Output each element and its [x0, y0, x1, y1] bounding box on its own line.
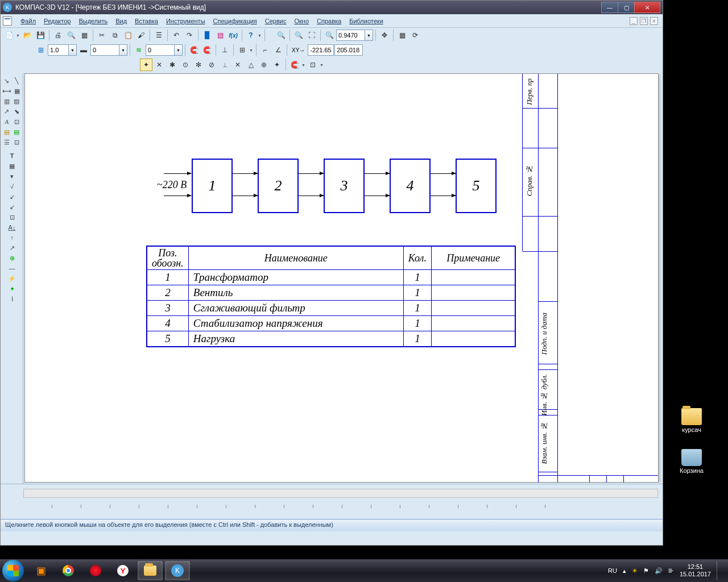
paste-button[interactable]: 📋: [122, 29, 134, 41]
function-button[interactable]: f(x): [227, 29, 239, 41]
spec-tool[interactable]: ▤: [12, 127, 22, 137]
table-row[interactable]: 1Трансформатор1: [147, 270, 515, 285]
snap-config-dropdown[interactable]: ▼: [301, 63, 306, 67]
cut-line-tool[interactable]: ↑: [2, 232, 22, 243]
pan-button[interactable]: ✥: [378, 29, 391, 41]
menu-service[interactable]: Сервис: [261, 16, 291, 26]
step-dropdown-1[interactable]: ▼: [68, 44, 77, 56]
task-explorer[interactable]: [138, 561, 163, 580]
task-yandex[interactable]: Y: [110, 561, 135, 580]
menu-view[interactable]: Вид: [111, 16, 131, 26]
zoom-input[interactable]: [336, 30, 365, 41]
h-scrollbar[interactable]: [23, 489, 658, 498]
table-tool[interactable]: ▦: [2, 161, 22, 171]
format-painter-button[interactable]: 🖌: [135, 29, 147, 41]
block-1[interactable]: 1: [192, 159, 233, 213]
zoom-scale-button[interactable]: 🔍: [323, 29, 336, 41]
geometry-tool[interactable]: ↘: [2, 76, 12, 86]
base-tool[interactable]: ▾: [2, 171, 22, 181]
save-button[interactable]: 💾: [34, 29, 47, 41]
new-dropdown[interactable]: ▼: [16, 34, 20, 38]
views-tool[interactable]: ⊡: [12, 137, 22, 147]
canvas-area[interactable]: ~220 В 1 2 3 4 5: [23, 73, 663, 483]
step-input-2[interactable]: [90, 44, 119, 56]
hatch-tool[interactable]: ▦: [12, 86, 22, 96]
zoom-dropdown[interactable]: ▼: [365, 30, 373, 41]
menu-spec[interactable]: Спецификация: [209, 16, 261, 26]
tray-action-icon[interactable]: ⚑: [643, 567, 649, 575]
task-media-player[interactable]: ▣: [28, 561, 53, 580]
ortho-button[interactable]: ⊥: [218, 44, 231, 56]
menu-tools[interactable]: Инструменты: [162, 16, 209, 26]
snap-settings-button[interactable]: ⊡: [307, 59, 319, 71]
axis-tool[interactable]: —: [2, 263, 22, 273]
snap-nearest-button[interactable]: ✦: [140, 59, 152, 71]
tolerance-tool[interactable]: ⊡: [2, 212, 22, 222]
text-tool[interactable]: A: [2, 117, 12, 127]
menu-file[interactable]: Файл: [16, 16, 40, 26]
snap-angle-button[interactable]: △: [245, 59, 257, 71]
step-input-1[interactable]: [48, 44, 68, 56]
roughness2-tool[interactable]: √: [2, 181, 22, 192]
snap-midpoint-button[interactable]: ✱: [166, 59, 179, 71]
snap-point-button[interactable]: ⊕: [258, 59, 270, 71]
point-tool[interactable]: ✦: [2, 284, 22, 294]
layer-input[interactable]: [146, 44, 174, 56]
title-bar[interactable]: K КОМПАС-3D V12 - [Чертеж БЕЗ ИМЕНИ1 ->С…: [1, 1, 663, 14]
mdi-close[interactable]: ×: [650, 17, 658, 25]
minimize-button[interactable]: —: [601, 2, 618, 13]
snap-settings-dropdown[interactable]: ▼: [320, 63, 324, 67]
block-2[interactable]: 2: [258, 159, 299, 213]
grid-display-button[interactable]: ⊞: [236, 44, 249, 56]
redo-button[interactable]: ↷: [183, 29, 196, 41]
arrow-tool[interactable]: ↗: [2, 243, 22, 253]
show-desktop-button[interactable]: [717, 561, 721, 580]
mdi-restore[interactable]: ❐: [640, 17, 648, 25]
manager-button[interactable]: ▉: [201, 29, 213, 41]
block-3[interactable]: 3: [324, 159, 365, 213]
menu-libs[interactable]: Библиотеки: [345, 16, 387, 26]
dimension-tool[interactable]: ⟷: [2, 86, 12, 96]
tray-clock[interactable]: 12:51 15.01.2017: [680, 563, 711, 578]
print-button[interactable]: 🖨: [52, 29, 64, 41]
zoom-combo[interactable]: ▼: [336, 30, 373, 41]
table-row[interactable]: 2Вентиль1: [147, 285, 515, 301]
menu-window[interactable]: Окно: [290, 16, 313, 26]
edit-tool[interactable]: ↗: [2, 106, 12, 117]
reports-tool[interactable]: ☰: [2, 137, 12, 147]
tray-up-icon[interactable]: ▴: [623, 567, 626, 575]
layer-combo[interactable]: ▼: [146, 44, 183, 56]
refresh-button[interactable]: ⟳: [409, 29, 421, 41]
layer-dropdown[interactable]: ▼: [174, 44, 183, 56]
leader-tool[interactable]: ↙: [2, 192, 22, 202]
snap-center-button[interactable]: ⊙: [179, 59, 192, 71]
break-tool[interactable]: ⌇: [2, 294, 22, 304]
document-icon[interactable]: [3, 16, 12, 26]
desktop-recycle-bin[interactable]: Корзина: [678, 449, 705, 474]
help-button[interactable]: ?: [245, 29, 257, 41]
layer-button[interactable]: ≋: [133, 44, 145, 56]
datum-tool[interactable]: A↓: [2, 222, 22, 232]
symbols-tool[interactable]: ▥: [2, 96, 12, 106]
zoom-window-button[interactable]: 🔍: [292, 29, 305, 41]
tray-volume-icon[interactable]: 🔊: [655, 567, 663, 575]
drawing-paper[interactable]: ~220 В 1 2 3 4 5: [24, 73, 659, 483]
line-tool[interactable]: ╲: [12, 76, 22, 86]
table-row[interactable]: 5Нагрузка1: [147, 331, 515, 347]
snap-intersection-button[interactable]: ✻: [192, 59, 205, 71]
zoom-fit-button[interactable]: ⛶: [305, 29, 318, 41]
task-opera[interactable]: [83, 561, 108, 580]
open-button[interactable]: 📂: [21, 29, 34, 41]
grid-dropdown[interactable]: ▼: [249, 48, 254, 52]
menu-help[interactable]: Справка: [313, 16, 345, 26]
step-combo-1[interactable]: ▼: [48, 44, 77, 56]
properties-button[interactable]: ☰: [152, 29, 165, 41]
snap-endpoint-button[interactable]: ✕: [153, 59, 166, 71]
grid-step-button[interactable]: ⊞: [35, 44, 47, 56]
snap-toggle-1[interactable]: 🧲: [188, 44, 200, 56]
close-button[interactable]: ✕: [634, 2, 660, 13]
menu-insert[interactable]: Вставка: [131, 16, 162, 26]
task-chrome[interactable]: [56, 561, 81, 580]
cut-button[interactable]: ✂: [96, 29, 108, 41]
step-dropdown-2[interactable]: ▼: [119, 44, 127, 56]
